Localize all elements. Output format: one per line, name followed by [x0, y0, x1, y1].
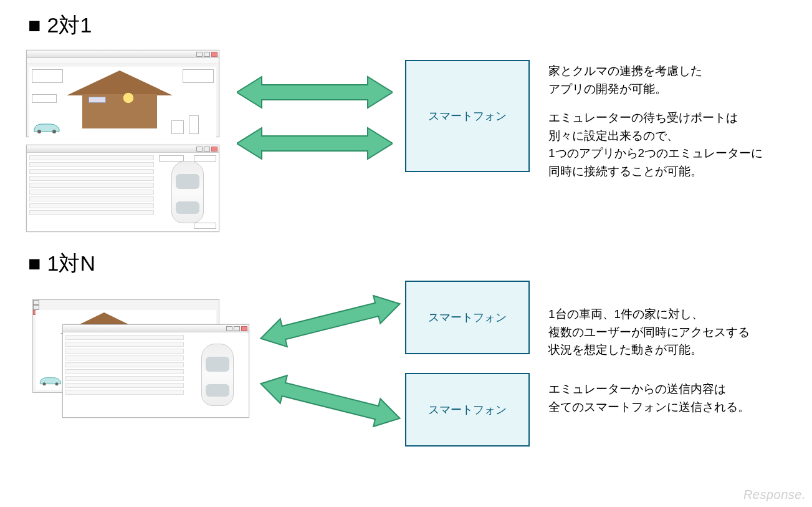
description-text: エミュレーターの待ち受けポートは 別々に設定出来るので、 1つのアプリから2つの…	[548, 109, 763, 180]
car-panel-area	[27, 153, 219, 231]
ev-car-icon	[38, 374, 63, 386]
car-topview-area	[186, 332, 249, 417]
watermark-text: Response.	[743, 488, 806, 502]
section-title-1toN: ■1対N	[28, 249, 95, 278]
window-titlebar	[33, 300, 219, 307]
description-text: 家とクルマの連携を考慮した アプリの開発が可能。	[548, 62, 702, 98]
svg-point-0	[37, 130, 41, 133]
emulator-window-car	[26, 145, 219, 232]
svg-marker-7	[259, 373, 402, 429]
field-row	[29, 196, 154, 201]
bidirectional-arrow-icon	[237, 125, 393, 162]
close-icon	[241, 326, 247, 331]
field-row	[29, 155, 154, 160]
field-row	[29, 169, 154, 174]
svg-point-4	[43, 382, 46, 385]
field-row	[65, 383, 184, 388]
bidirectional-arrow-icon	[237, 74, 393, 111]
panel-widget	[159, 155, 184, 162]
car-topview-area	[156, 153, 219, 231]
smartphone-label: スマートフォン	[428, 402, 507, 417]
field-row	[65, 342, 184, 347]
car-panel-area	[63, 332, 249, 417]
emulator-window-stacked-front	[62, 324, 249, 418]
smartphone-label: スマートフォン	[428, 109, 507, 123]
svg-point-5	[55, 382, 59, 385]
field-row	[65, 369, 184, 374]
maximize-icon	[234, 326, 240, 331]
minimize-icon	[33, 300, 39, 305]
field-row	[29, 203, 154, 208]
window-menubar	[27, 58, 219, 64]
field-row	[65, 335, 184, 340]
window-titlebar	[27, 145, 219, 153]
bullet-icon: ■	[28, 13, 41, 37]
sun-icon	[120, 89, 137, 107]
field-row	[29, 190, 154, 195]
section-title-text: 1対N	[47, 251, 95, 275]
close-icon	[211, 147, 217, 152]
window-titlebar	[27, 51, 219, 58]
field-row	[65, 362, 184, 367]
panel-widget	[183, 69, 214, 83]
bidirectional-arrow-diagonal-icon	[259, 373, 402, 429]
section-title-2to1: ■2対1	[28, 11, 92, 40]
field-row	[29, 176, 154, 181]
car-topview-icon	[201, 344, 234, 406]
field-row	[29, 210, 154, 215]
maximize-icon	[33, 305, 39, 310]
panel-widget	[194, 155, 216, 162]
field-row	[29, 183, 154, 188]
car-panel-fields	[63, 332, 186, 417]
description-text: 1台の車両、1件の家に対し、 複数のユーザーが同時にアクセスする 状況を想定した…	[548, 306, 750, 359]
house-illustration	[67, 70, 179, 135]
section-title-text: 2対1	[47, 13, 92, 37]
bullet-icon: ■	[28, 251, 41, 275]
minimize-icon	[196, 52, 203, 57]
maximize-icon	[204, 147, 210, 152]
emulator-window-house	[26, 50, 219, 137]
smartphone-box: スマートフォン	[405, 281, 530, 354]
svg-marker-3	[237, 128, 393, 159]
field-row	[29, 162, 154, 167]
description-text: エミュレーターからの送信内容は 全てのスマートフォンに送信される。	[548, 380, 750, 416]
field-row	[65, 355, 184, 360]
panel-widget	[194, 223, 216, 229]
car-panel-fields	[27, 153, 156, 231]
window-titlebar	[63, 325, 249, 332]
smartphone-box: スマートフォン	[405, 373, 530, 447]
field-row	[65, 390, 184, 395]
minimize-icon	[226, 326, 232, 331]
field-row	[65, 349, 184, 354]
svg-marker-6	[259, 293, 402, 349]
house-scene-area	[29, 67, 216, 138]
smartphone-box: スマートフォン	[405, 60, 530, 172]
panel-widget	[32, 69, 63, 83]
maximize-icon	[204, 52, 210, 57]
panel-widget	[32, 94, 57, 103]
ev-car-icon	[32, 119, 62, 134]
close-icon	[211, 52, 217, 57]
car-topview-icon	[171, 161, 204, 223]
aircon-icon	[88, 97, 106, 103]
bidirectional-arrow-diagonal-icon	[259, 293, 402, 349]
field-row	[65, 376, 184, 381]
panel-widget	[189, 115, 199, 134]
minimize-icon	[196, 147, 203, 152]
svg-point-1	[52, 130, 56, 133]
smartphone-label: スマートフォン	[428, 310, 507, 325]
svg-marker-2	[237, 77, 393, 108]
